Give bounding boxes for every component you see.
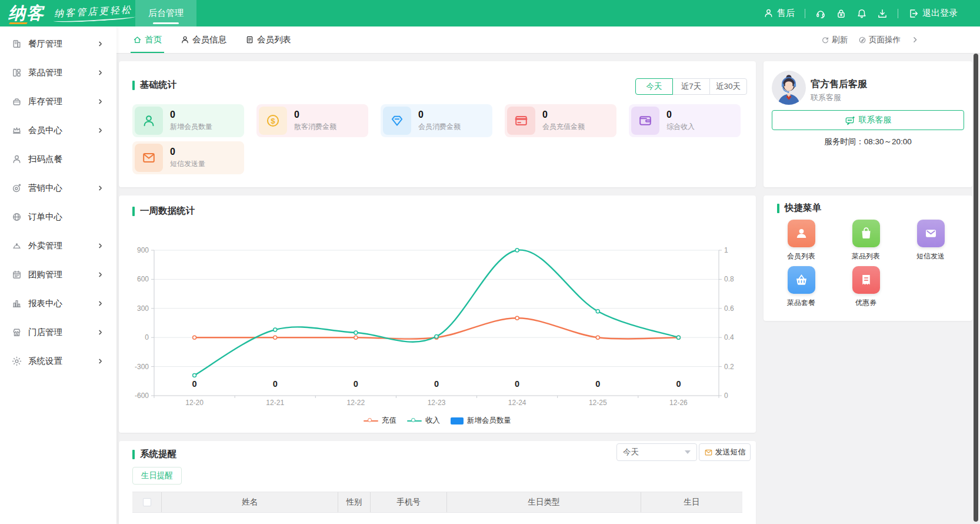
sidebar-item-label: 系统设置 [28, 356, 62, 367]
sidebar-item-label: 菜品管理 [28, 67, 62, 78]
tab-label: 会员信息 [192, 34, 226, 45]
filter-button-近30天[interactable]: 近30天 [709, 78, 747, 95]
tab-2-doc[interactable]: 会员列表 [243, 26, 294, 53]
title-accent-bar [132, 450, 135, 459]
svg-text:0: 0 [724, 392, 728, 400]
tab-label: 会员列表 [257, 34, 291, 45]
backend-admin-tab[interactable]: 后台管理 [135, 0, 196, 26]
system-reminder-title: 系统提醒 [132, 448, 176, 460]
sidebar-item-6-order[interactable]: 订单中心 [0, 203, 116, 231]
refresh-icon [821, 36, 829, 44]
sidebar-item-7-takeout[interactable]: 外卖管理 [0, 231, 116, 260]
sidebar-item-10-store[interactable]: 门店管理 [0, 318, 116, 347]
marketing-icon [12, 183, 22, 193]
logout-button[interactable]: 退出登录 [908, 8, 958, 19]
chevron-right-icon [97, 300, 104, 307]
quick-menu-title: 快捷菜单 [777, 202, 821, 214]
svg-text:0.6: 0.6 [724, 304, 734, 313]
contact-service-button[interactable]: 联系客服 [772, 110, 964, 130]
column-header-2: 手机号 [371, 492, 447, 512]
send-sms-button[interactable]: 发送短信 [699, 443, 751, 461]
svg-text:0.2: 0.2 [724, 363, 734, 371]
sidebar-item-1-dishes[interactable]: 菜品管理 [0, 58, 116, 87]
sidebar-item-label: 营销中心 [28, 183, 62, 194]
headset-icon-button[interactable] [815, 8, 826, 19]
scrollbar-thumb[interactable] [974, 54, 978, 522]
tab-0-home[interactable]: 首页 [131, 26, 164, 53]
svg-text:900: 900 [137, 246, 149, 254]
column-header-1: 性别 [338, 492, 371, 512]
stat-card-grid: 0新增会员数量$0散客消费金额0会员消费金额0会员充值金额0综合收入0短信发送量 [132, 104, 742, 174]
quick-item-bag[interactable]: 菜品列表 [852, 220, 880, 266]
settings-icon [12, 356, 22, 366]
bell-icon-button[interactable] [856, 8, 867, 19]
birthday-reminder-tab[interactable]: 生日提醒 [132, 467, 182, 485]
mail-icon [135, 144, 163, 172]
sms-icon [917, 220, 945, 247]
sidebar-item-label: 外卖管理 [28, 240, 62, 251]
svg-text:12-26: 12-26 [669, 399, 688, 407]
line-marker-icon [364, 418, 378, 424]
legend-item-收入[interactable]: 收入 [407, 416, 440, 426]
svg-text:0.8: 0.8 [724, 275, 734, 283]
svg-text:0: 0 [595, 379, 600, 389]
svg-text:600: 600 [137, 275, 149, 283]
home-icon [133, 35, 142, 44]
tabbar: 首页会员信息会员列表 刷新 页面操作 [116, 26, 980, 54]
legend-item-新增会员数量[interactable]: 新增会员数量 [451, 416, 511, 426]
svg-text:12-23: 12-23 [428, 399, 446, 407]
sidebar-item-8-groupbuy[interactable]: 团购管理 [0, 260, 116, 289]
quick-item-basket[interactable]: 菜品套餐 [787, 266, 815, 313]
download-icon-button[interactable] [877, 8, 888, 19]
system-reminder-card: 系统提醒 今天 发送短信 生日提醒 姓名性别手机号生日类型生日 [119, 441, 756, 524]
bell-icon [856, 8, 867, 19]
app-slogan: 纳客管店更轻松 [54, 4, 133, 21]
column-header-3: 生日类型 [447, 492, 641, 512]
sidebar-item-2-inventory[interactable]: 库存管理 [0, 87, 116, 116]
date-filter-group: 今天近7天近30天 [635, 78, 747, 95]
sidebar-item-label: 餐厅管理 [28, 38, 62, 49]
svg-text:0: 0 [354, 379, 358, 389]
service-title: 官方售后客服 [811, 78, 867, 91]
sidebar-item-0-restaurant[interactable]: 餐厅管理 [0, 29, 116, 58]
service-subtitle: 联系客服 [811, 92, 841, 103]
lock-icon-button[interactable] [836, 8, 846, 19]
report-icon [12, 299, 22, 309]
chevron-right-icon[interactable] [911, 36, 919, 44]
page-ops-button[interactable]: 页面操作 [858, 35, 901, 45]
legend-item-充值[interactable]: 充值 [364, 416, 396, 426]
tab-1-user[interactable]: 会员信息 [178, 26, 229, 53]
svg-text:-300: -300 [135, 363, 149, 371]
refresh-button[interactable]: 刷新 [821, 35, 848, 45]
reminder-date-select[interactable]: 今天 [616, 443, 697, 461]
reminder-table-header: 姓名性别手机号生日类型生日 [132, 492, 742, 513]
page-scrollbar[interactable] [973, 54, 979, 524]
quick-item-sms[interactable]: 短信发送 [916, 220, 945, 266]
service-avatar [772, 71, 806, 105]
crown-icon [12, 125, 22, 135]
filter-button-近7天[interactable]: 近7天 [672, 78, 710, 95]
quick-item-member[interactable]: 会员列表 [787, 220, 815, 266]
quick-item-coupon[interactable]: 优惠券 [852, 266, 880, 313]
svg-text:0: 0 [676, 379, 681, 389]
chevron-right-icon [97, 271, 104, 278]
aftersale-button[interactable]: 售后 [764, 8, 795, 19]
filter-button-今天[interactable]: 今天 [635, 78, 673, 95]
weekly-line-chart: 9006003000-300-60010.80.60.40.2012-2012-… [119, 195, 756, 433]
sidebar-item-3-crown[interactable]: 会员中心 [0, 116, 116, 145]
tabbar-actions: 刷新 页面操作 [821, 35, 919, 45]
sidebar-item-11-settings[interactable]: 系统设置 [0, 347, 116, 376]
doc-icon [245, 35, 254, 44]
sidebar-item-4-scan[interactable]: 扫码点餐 [0, 145, 116, 174]
dishes-icon [12, 68, 22, 78]
quick-item-label: 短信发送 [916, 251, 945, 261]
select-all-checkbox[interactable] [143, 498, 151, 506]
sidebar-item-9-report[interactable]: 报表中心 [0, 289, 116, 318]
download-icon [877, 8, 888, 19]
sidebar-item-5-marketing[interactable]: 营销中心 [0, 174, 116, 203]
svg-text:300: 300 [137, 304, 149, 313]
svg-text:0.4: 0.4 [724, 333, 734, 341]
topbar-actions: 售后 退出登录 [764, 0, 958, 26]
store-icon [12, 327, 22, 337]
groupbuy-icon [12, 270, 22, 280]
